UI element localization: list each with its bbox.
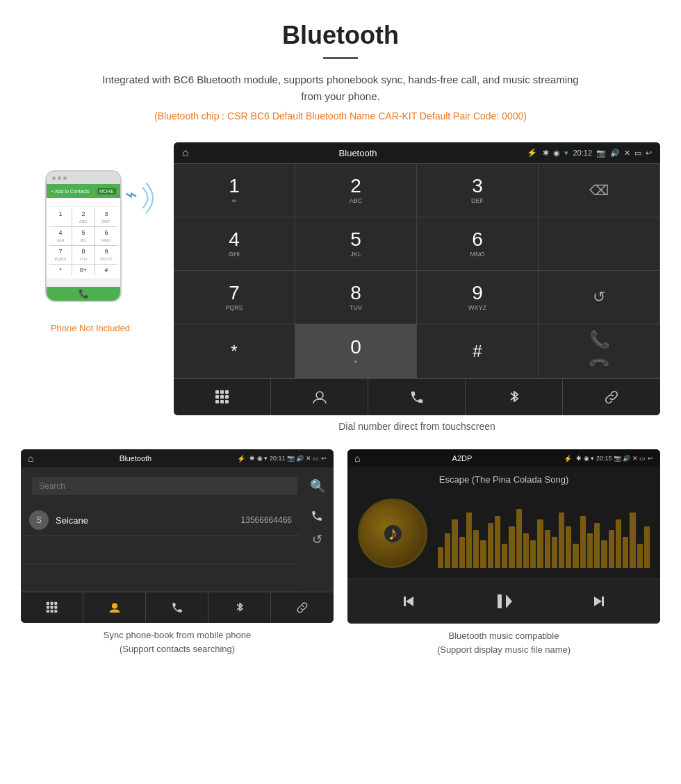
dial-key-star[interactable]: * [174,324,295,378]
dial-nav-call[interactable] [368,379,466,415]
svg-marker-25 [594,597,602,606]
viz-bar [459,537,465,568]
pb-nav-keypad[interactable] [21,592,83,623]
dial-usb-icon: ⚡ [527,148,537,158]
dial-screen: ⌂ Bluetooth ⚡ ✱ ◉ ▾ 20:12 📷 🔊 ✕ ▭ ↩ [174,142,660,442]
dial-key-hash[interactable]: # [417,324,539,378]
dial-nav-keypad[interactable] [174,379,271,415]
svg-marker-24 [506,594,512,608]
pb-bottom-bar [21,592,334,623]
viz-bar [623,537,628,568]
viz-bar [523,533,529,568]
pb-statusbar-icons: ✱ ◉ ▾ 20:11 📷 🔊 ✕ ▭ ↩ [249,455,327,462]
dial-nav-contacts[interactable] [271,379,368,415]
dial-red-hangup-btn[interactable]: 📞 [591,356,608,372]
svg-point-10 [316,392,323,399]
music-note-icon: ♪ [388,522,397,544]
svg-rect-4 [215,395,219,399]
music-controls [347,578,660,624]
viz-bar [637,544,643,568]
dial-refresh-cell[interactable]: ↺ [539,271,660,324]
pb-contacts-list: S Seicane 13566664466 [21,505,300,592]
viz-bar [580,516,586,568]
music-track-name: Escape (The Pina Colada Song) [347,467,660,488]
dial-empty-cell-1 [539,217,660,271]
svg-rect-9 [225,400,229,403]
pb-search-input[interactable] [39,481,290,491]
svg-rect-11 [46,602,49,605]
pb-contact-avatar: S [29,510,49,530]
pb-call-icon-btn[interactable] [306,505,328,527]
svg-rect-3 [225,390,229,394]
dial-home-icon[interactable]: ⌂ [182,147,189,159]
pb-search-bar[interactable] [32,477,297,495]
svg-rect-12 [50,602,53,605]
svg-rect-6 [225,395,229,399]
svg-rect-17 [46,610,49,612]
dial-key-3[interactable]: 3 DEF [417,164,539,217]
dial-key-8[interactable]: 8 TUV [295,271,417,324]
svg-rect-13 [54,602,57,605]
viz-bar [601,540,607,568]
dial-key-0[interactable]: 0 + [295,324,417,378]
viz-bar [452,519,457,568]
music-screenshot-block: ⌂ A2DP ⚡ ✱ ◉ ▾ 20:15 📷 🔊 ✕ ▭ ↩ Escape (T… [347,449,660,656]
dial-key-1[interactable]: 1 ∞ [174,164,295,217]
viz-bar [466,512,472,568]
svg-rect-14 [46,606,49,609]
phone-not-included-label: Phone Not Included [51,323,130,333]
dial-key-4[interactable]: 4 GHI [174,217,295,271]
viz-bar [502,544,507,568]
dial-backspace-cell[interactable]: ⌫ [539,164,660,217]
music-prev-btn[interactable] [395,587,422,615]
svg-rect-5 [220,395,224,399]
page-title: Bluetooth [14,21,667,50]
green-phone-icon: 📞 [589,330,610,349]
page-description: Integrated with BC6 Bluetooth module, su… [97,72,584,105]
pb-search-button[interactable]: 🔍 [307,478,328,494]
pb-right-icons: ↺ [300,505,334,592]
dial-nav-bluetooth[interactable] [466,379,563,415]
dial-statusbar: ⌂ Bluetooth ⚡ ✱ ◉ ▾ 20:12 📷 🔊 ✕ ▭ ↩ [174,142,660,163]
phone-body: + Add to Contacts MORE 1 2ABC 3DEF 4GHI … [45,170,122,302]
viz-bar [480,540,486,568]
pb-nav-link[interactable] [271,592,334,623]
viz-bar [488,523,493,568]
dial-caption: Dial number direct from touchscreen [174,421,660,442]
backspace-icon: ⌫ [589,182,609,199]
pb-refresh-icon-btn[interactable]: ↺ [306,528,328,551]
viz-bar [495,516,500,568]
dial-statusbar-icons: ✱ ◉ ▾ 20:12 📷 🔊 ✕ ▭ ↩ [543,149,652,158]
viz-bar [616,519,621,568]
phonebook-caption: Sync phone-book from mobile phone (Suppo… [21,628,334,656]
pb-nav-bluetooth[interactable] [208,592,271,623]
music-next-btn[interactable] [585,587,613,615]
dial-green-call-btn[interactable]: 📞 [589,330,610,349]
dial-call-cells: 📞 📞 [539,324,660,378]
pb-home-icon[interactable]: ⌂ [28,453,33,464]
dial-key-5[interactable]: 5 JKL [295,217,417,271]
dial-nav-link[interactable] [563,379,660,415]
phonebook-screenshot-block: ⌂ Bluetooth ⚡ ✱ ◉ ▾ 20:11 📷 🔊 ✕ ▭ ↩ 🔍 S … [21,449,334,656]
phone-bottom-bar: 📞 [47,287,120,301]
svg-rect-8 [220,400,224,403]
dial-key-7[interactable]: 7 PQRS [174,271,295,324]
music-home-icon[interactable]: ⌂ [354,453,360,464]
viz-bar [537,519,543,568]
svg-rect-16 [54,606,57,609]
music-playpause-btn[interactable] [490,587,518,615]
dial-key-9[interactable]: 9 WXYZ [417,271,539,324]
svg-point-20 [111,603,117,608]
pb-contact-row[interactable]: S Seicane 13566664466 [21,505,300,536]
music-content: ♪ [347,488,660,578]
viz-bar [552,537,557,568]
dial-key-6[interactable]: 6 MNO [417,217,539,271]
viz-bar [559,512,564,568]
pb-title: Bluetooth [38,454,233,462]
music-statusbar-icons: ✱ ◉ ▾ 20:15 📷 🔊 ✕ ▭ ↩ [576,455,653,462]
pb-nav-call[interactable] [146,592,208,623]
dial-key-2[interactable]: 2 ABC [295,164,417,217]
viz-bar [530,540,536,568]
pb-nav-contacts-active[interactable] [83,592,146,623]
viz-bar [473,530,479,568]
